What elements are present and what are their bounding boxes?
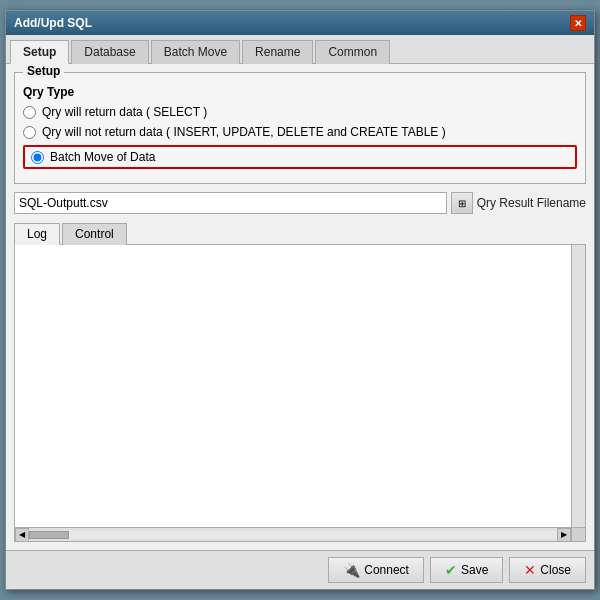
- window-title: Add/Upd SQL: [14, 16, 92, 30]
- save-button[interactable]: ✔ Save: [430, 557, 503, 583]
- save-label: Save: [461, 563, 488, 577]
- radio-noreturn[interactable]: [23, 126, 36, 139]
- inner-tab-log[interactable]: Log: [14, 223, 60, 245]
- vertical-scrollbar[interactable]: [571, 245, 585, 527]
- scroll-thumb-h[interactable]: [29, 531, 69, 539]
- inner-tab-bar: Log Control: [14, 222, 586, 245]
- save-icon: ✔: [445, 562, 457, 578]
- close-icon: ✕: [524, 562, 536, 578]
- tab-database[interactable]: Database: [71, 40, 148, 64]
- tab-rename[interactable]: Rename: [242, 40, 313, 64]
- radio-batch[interactable]: [31, 151, 44, 164]
- connect-label: Connect: [364, 563, 409, 577]
- tab-common[interactable]: Common: [315, 40, 390, 64]
- qry-result-label: Qry Result Filename: [477, 196, 586, 210]
- qry-result-filename-input[interactable]: [14, 192, 447, 214]
- connect-icon: 🔌: [343, 562, 360, 578]
- radio-select[interactable]: [23, 106, 36, 119]
- horizontal-scrollbar[interactable]: ◀ ▶: [15, 527, 571, 541]
- footer: 🔌 Connect ✔ Save ✕ Close: [6, 550, 594, 589]
- title-bar: Add/Upd SQL ✕: [6, 11, 594, 35]
- qry-type-label: Qry Type: [23, 85, 577, 99]
- tab-bar: Setup Database Batch Move Rename Common: [6, 35, 594, 64]
- window-close-button[interactable]: ✕: [570, 15, 586, 31]
- tab-setup[interactable]: Setup: [10, 40, 69, 64]
- window-content: Setup Qry Type Qry will return data ( SE…: [6, 64, 594, 550]
- radio-option-batch: Batch Move of Data: [23, 145, 577, 169]
- scrollbar-corner: [571, 527, 585, 541]
- scroll-right-arrow[interactable]: ▶: [557, 528, 571, 542]
- radio-noreturn-label: Qry will not return data ( INSERT, UPDAT…: [42, 125, 446, 139]
- scroll-left-arrow[interactable]: ◀: [15, 528, 29, 542]
- close-button[interactable]: ✕ Close: [509, 557, 586, 583]
- radio-option-select: Qry will return data ( SELECT ): [23, 105, 577, 119]
- browse-button[interactable]: ⊞: [451, 192, 473, 214]
- inner-tab-control[interactable]: Control: [62, 223, 127, 245]
- setup-group-title: Setup: [23, 64, 64, 78]
- close-label: Close: [540, 563, 571, 577]
- connect-button[interactable]: 🔌 Connect: [328, 557, 424, 583]
- radio-select-label: Qry will return data ( SELECT ): [42, 105, 207, 119]
- file-row: ⊞ Qry Result Filename: [14, 192, 586, 214]
- tab-batch-move[interactable]: Batch Move: [151, 40, 240, 64]
- setup-group: Setup Qry Type Qry will return data ( SE…: [14, 72, 586, 184]
- radio-batch-label: Batch Move of Data: [50, 150, 155, 164]
- main-window: Add/Upd SQL ✕ Setup Database Batch Move …: [5, 10, 595, 590]
- scroll-track-h: [29, 531, 557, 539]
- radio-option-noreturn: Qry will not return data ( INSERT, UPDAT…: [23, 125, 577, 139]
- log-area: ◀ ▶: [14, 245, 586, 542]
